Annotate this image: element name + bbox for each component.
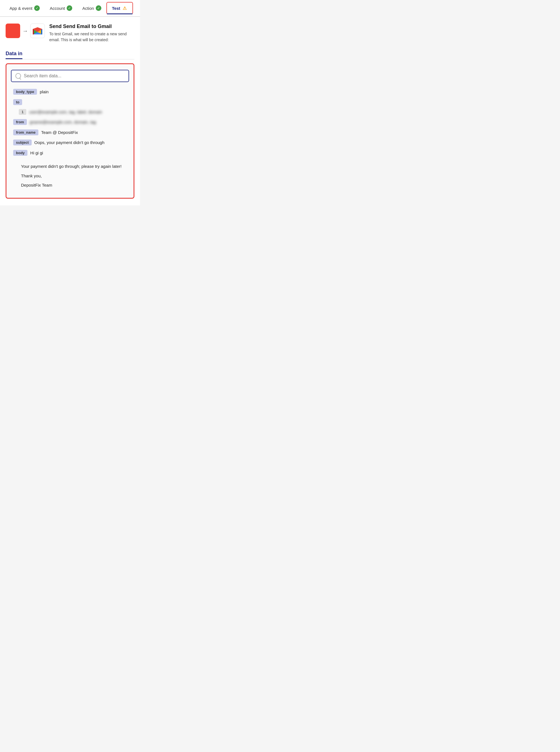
main-content: → Send Send Email to Gmail To test Gmail… [0, 17, 140, 205]
app-header: → Send Send Email to Gmail To test Gmail… [6, 23, 134, 43]
tab-account-label: Account [50, 6, 65, 11]
body-line-3: Thank you, [21, 172, 127, 179]
value-from-name: Team @ DepositFix [41, 130, 78, 136]
key-to-1: 1 [19, 109, 26, 115]
data-row-to-1: 1 user@example.com, tag, label, domain [13, 109, 127, 115]
value-body-firstline: Hi gi gi [30, 150, 43, 156]
data-panel: body_type plain to 1 user@example.com, t… [6, 63, 134, 199]
data-row-from: from gname@example.com, domain, tag [13, 119, 127, 126]
section-label: Data in [6, 51, 22, 59]
tab-test-warn-icon: ⚠ [122, 5, 127, 11]
value-body-type: plain [40, 89, 49, 95]
data-row-from-name: from_name Team @ DepositFix [13, 130, 127, 136]
value-subject: Oops, your payment didn't go through [35, 139, 105, 146]
data-row-body-type: body_type plain [13, 89, 127, 95]
key-from-name: from_name [13, 130, 38, 135]
tab-action-label: Action [82, 6, 94, 11]
data-row-subject: subject Oops, your payment didn't go thr… [13, 139, 127, 146]
tab-app-event-label: App & event [9, 6, 33, 11]
search-bar[interactable] [11, 70, 129, 82]
source-app-icon [6, 23, 20, 38]
key-from: from [13, 119, 27, 125]
tab-test-label: Test [112, 6, 120, 11]
tab-test[interactable]: Test ⚠ [106, 2, 133, 14]
key-body: body [13, 150, 27, 156]
tab-account-check-icon: ✓ [67, 5, 72, 11]
tab-app-event-check-icon: ✓ [34, 5, 40, 11]
body-line-4: DepositFix Team [21, 181, 127, 189]
data-row-body: body Hi gi gi [13, 150, 127, 156]
tab-action[interactable]: Action ✓ [77, 0, 106, 16]
search-icon [15, 73, 21, 79]
app-header-text: Send Send Email to Gmail To test Gmail, … [49, 23, 134, 43]
body-line-1: Your payment didn't go through; please t… [21, 163, 127, 170]
arrow-icon: → [22, 28, 28, 34]
body-text-block: Your payment didn't go through; please t… [13, 163, 127, 191]
app-title: Send Send Email to Gmail [49, 23, 134, 30]
value-to-1: user@example.com, tag, label, domain [29, 109, 102, 115]
key-to: to [13, 99, 22, 105]
key-body-type: body_type [13, 89, 37, 95]
tab-app-event[interactable]: App & event ✓ [4, 0, 45, 16]
key-subject: subject [13, 139, 32, 146]
data-rows: body_type plain to 1 user@example.com, t… [11, 89, 129, 191]
tab-bar: App & event ✓ Account ✓ Action ✓ Test ⚠ [0, 0, 140, 17]
value-from: gname@example.com, domain, tag [30, 119, 96, 126]
data-row-to: to [13, 99, 127, 105]
app-icons: → [6, 23, 45, 38]
tab-action-check-icon: ✓ [96, 5, 101, 11]
app-description: To test Gmail, we need to create a new s… [49, 31, 134, 43]
tab-account[interactable]: Account ✓ [45, 0, 77, 16]
gmail-app-icon [30, 23, 45, 38]
search-input[interactable] [24, 73, 125, 78]
